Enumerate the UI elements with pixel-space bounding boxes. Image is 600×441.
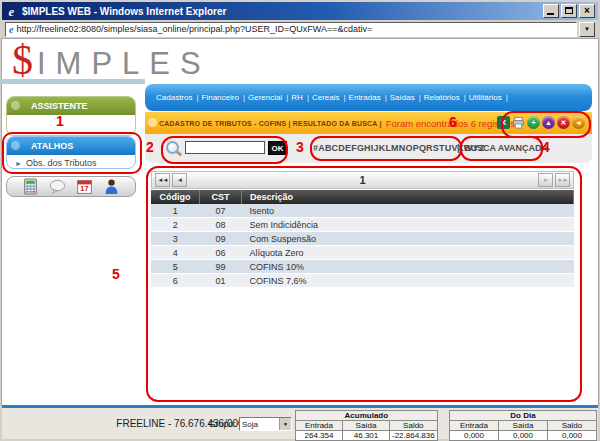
- page-icon: e: [9, 24, 13, 35]
- cell-cst: 99: [200, 260, 242, 274]
- group-selected-value: Soja: [240, 420, 279, 429]
- sidebar-item-obs-tributos[interactable]: ► Obs. dos Tributos: [7, 155, 135, 168]
- menu-item-cadastros[interactable]: Cadastros: [156, 93, 202, 102]
- maximize-icon: [565, 7, 573, 14]
- acumulado-saida-value: 46.301: [343, 431, 390, 441]
- menu-item-gerencial[interactable]: Gerencial: [248, 93, 291, 102]
- cell-cst: 06: [200, 246, 242, 260]
- cell-descricao: COFINS 10%: [242, 260, 574, 274]
- dodia-entrada-value: 0,000: [450, 431, 499, 441]
- cell-cst: 01: [200, 274, 242, 288]
- cell-codigo: 4: [151, 246, 200, 260]
- add-icon[interactable]: +: [527, 116, 540, 129]
- group-select[interactable]: Soja ▼: [239, 417, 292, 431]
- cell-codigo: 6: [151, 274, 200, 288]
- separator: |: [457, 143, 460, 153]
- main-menu: Cadastros Financeiro Gerencial RH Cereai…: [145, 84, 592, 111]
- pagination-bar: ◄◄ ◄ 1 ► ►►: [151, 171, 574, 189]
- menu-item-saidas[interactable]: Saídas: [390, 93, 424, 102]
- breadcrumb-bar: CADASTRO DE TRIBUTOS - COFINS | RESULTAD…: [145, 112, 592, 134]
- table-row[interactable]: 5 99 COFINS 10%: [151, 260, 574, 274]
- assistente-header[interactable]: ASSISTENTE: [7, 97, 135, 115]
- cell-codigo: 5: [151, 260, 200, 274]
- cell-cst: 07: [200, 204, 242, 218]
- dodia-header-saldo: Saldo: [548, 421, 597, 431]
- menu-item-financeiro[interactable]: Financeiro: [202, 93, 248, 102]
- last-page-button[interactable]: ►►: [555, 173, 570, 187]
- window-title: $IMPLES WEB - Windows Internet Explorer: [22, 6, 541, 17]
- acumulado-header-entrada: Entrada: [296, 421, 343, 431]
- ok-button[interactable]: OK: [268, 141, 287, 155]
- search-bar: OK #ABCDEFGHIJKLMNOPQRSTUVXWYZ | BUSCA A…: [145, 134, 592, 163]
- table-row[interactable]: 3 09 Com Suspensão: [151, 232, 574, 246]
- advanced-search-link[interactable]: BUSCA AVANÇADA: [464, 143, 548, 153]
- breadcrumb: CADASTRO DE TRIBUTOS - COFINS | RESULTAD…: [159, 120, 382, 127]
- dodia-saldo-value: 0,000: [548, 431, 597, 441]
- menu-item-entradas[interactable]: Entradas: [349, 93, 390, 102]
- cell-descricao: COFINS 7,6%: [242, 274, 574, 288]
- dodia-header-entrada: Entrada: [450, 421, 499, 431]
- next-page-button[interactable]: ►: [538, 173, 553, 187]
- title-bar: e $IMPLES WEB - Windows Internet Explore…: [2, 2, 598, 20]
- user-icon[interactable]: [103, 178, 120, 195]
- acumulado-table: Acumulado Entrada Saída Saldo 264.354 46…: [295, 410, 438, 441]
- print-icon[interactable]: [512, 116, 525, 129]
- acumulado-header-saldo: Saldo: [390, 421, 438, 431]
- acumulado-header-saida: Saída: [343, 421, 390, 431]
- sidebar-toolbar: 17: [6, 176, 136, 197]
- sidebar-top-strip: [0, 79, 145, 84]
- minimize-icon: [547, 13, 554, 15]
- acumulado-saldo-value: -22.864.836: [390, 431, 438, 441]
- dodia-header-saida: Saída: [499, 421, 548, 431]
- calendar-icon[interactable]: 17: [76, 178, 93, 195]
- address-bar: e http://freeline02:8080/simples/siasa_o…: [2, 20, 598, 39]
- table-row[interactable]: 6 01 COFINS 7,6%: [151, 274, 574, 288]
- first-page-button[interactable]: ◄◄: [155, 173, 170, 187]
- url-text: http://freeline02:8080/simples/siasa_onl…: [16, 24, 372, 34]
- cell-codigo: 3: [151, 232, 200, 246]
- table-row[interactable]: 4 06 Alíquota Zero: [151, 246, 574, 260]
- url-dropdown-button[interactable]: ▼: [579, 22, 595, 37]
- simples-logo: $ IMPLES: [12, 40, 211, 80]
- table-header-row: Código CST Descrição: [151, 190, 574, 204]
- arrow-bullet-icon: ►: [15, 160, 22, 167]
- assistente-panel: ASSISTENTE: [6, 96, 136, 136]
- search-input[interactable]: [185, 141, 265, 154]
- close-button[interactable]: ×: [579, 4, 595, 18]
- current-page-number: 1: [188, 174, 537, 186]
- atalhos-panel: ATALHOS ► Obs. dos Tributos: [6, 136, 136, 169]
- shortcut-label: Obs. dos Tributos: [26, 158, 97, 168]
- cell-codigo: 1: [151, 204, 200, 218]
- back-icon[interactable]: ◄: [572, 116, 585, 129]
- chat-bubble-icon[interactable]: [49, 178, 66, 195]
- menu-item-rh[interactable]: RH: [291, 93, 312, 102]
- ie-logo-icon: e: [5, 5, 18, 18]
- export-excel-icon[interactable]: X: [497, 116, 510, 129]
- table-row[interactable]: 2 08 Sem Indicidência: [151, 218, 574, 232]
- action-icons: X + ▲ ✕ ◄: [497, 116, 585, 129]
- url-field[interactable]: e http://freeline02:8080/simples/siasa_o…: [5, 22, 577, 37]
- menu-item-relatorios[interactable]: Relatórios: [424, 93, 469, 102]
- prev-page-button[interactable]: ◄: [172, 173, 187, 187]
- column-header-descricao: Descrição: [242, 190, 574, 204]
- atalhos-header[interactable]: ATALHOS: [7, 137, 135, 155]
- close-icon[interactable]: ✕: [557, 116, 570, 129]
- cell-codigo: 2: [151, 218, 200, 232]
- group-label: Grupo:: [198, 419, 236, 429]
- cell-cst: 09: [200, 232, 242, 246]
- svg-text:17: 17: [80, 184, 88, 193]
- calculator-icon[interactable]: [22, 178, 39, 195]
- minimize-button[interactable]: [543, 4, 559, 18]
- column-header-codigo: Código: [151, 190, 200, 204]
- logo-dollar-sign: $: [12, 40, 33, 80]
- cell-descricao: Isento: [242, 204, 574, 218]
- chevron-down-icon: ▼: [279, 418, 291, 430]
- acumulado-title: Acumulado: [296, 411, 438, 421]
- cell-descricao: Com Suspensão: [242, 232, 574, 246]
- up-icon[interactable]: ▲: [542, 116, 555, 129]
- maximize-button[interactable]: [561, 4, 577, 18]
- table-row[interactable]: 1 07 Isento: [151, 204, 574, 218]
- cell-descricao: Sem Indicidência: [242, 218, 574, 232]
- menu-item-utilitarios[interactable]: Utilitários: [469, 93, 511, 102]
- menu-item-cereais[interactable]: Cereais: [312, 93, 349, 102]
